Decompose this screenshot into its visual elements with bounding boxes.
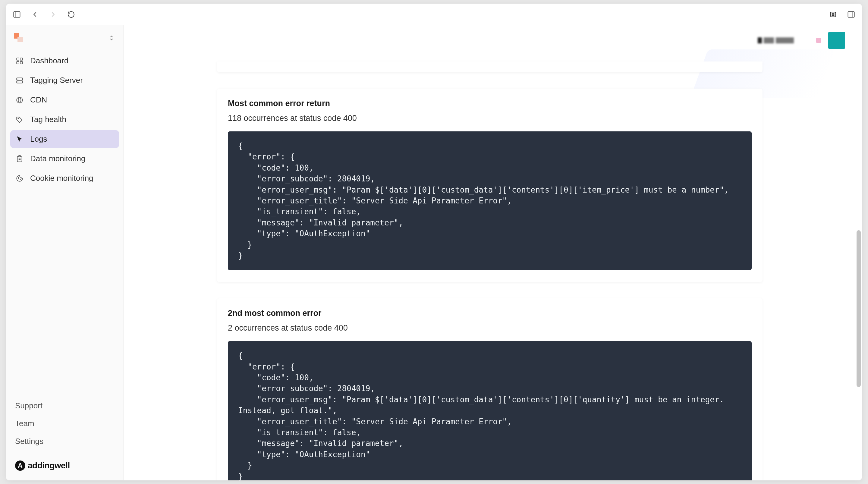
cursor-icon <box>15 135 24 144</box>
svg-rect-11 <box>20 61 23 64</box>
svg-rect-0 <box>14 11 20 17</box>
sidebar-item-logs[interactable]: Logs <box>10 130 119 148</box>
sidebar-item-dashboard[interactable]: Dashboard <box>10 52 119 70</box>
panel-right-button[interactable] <box>846 9 857 20</box>
sidebar-item-data-monitoring[interactable]: Data monitoring <box>10 150 119 168</box>
sidebar-item-label: Tag health <box>30 115 66 124</box>
arrow-right-icon <box>49 10 57 19</box>
panel-left-icon <box>13 10 21 19</box>
browser-content: Dashboard Tagging Server CDN <box>6 25 862 480</box>
clipboard-icon <box>15 154 24 163</box>
cookie-icon <box>15 174 24 183</box>
error-code-block[interactable]: { "error": { "code": 100, "error_subcode… <box>228 341 752 480</box>
error-card-title: Most common error return <box>228 99 752 108</box>
sidebar-item-label: Data monitoring <box>30 154 86 163</box>
brand-logo-icon: A <box>15 460 25 471</box>
sidebar-header <box>10 31 119 52</box>
forward-button[interactable] <box>48 9 59 20</box>
status-indicator <box>816 38 821 43</box>
scrollbar-thumb[interactable] <box>857 230 861 387</box>
sidebar-nav: Dashboard Tagging Server CDN <box>10 52 119 187</box>
svg-point-22 <box>19 178 19 179</box>
sidebar-item-tagging-server[interactable]: Tagging Server <box>10 71 119 89</box>
sidebar-item-label: Logs <box>30 134 47 144</box>
svg-point-24 <box>18 177 19 178</box>
error-code-block[interactable]: { "error": { "code": 100, "error_subcode… <box>228 131 752 270</box>
content-inner: Most common error return 118 occurrences… <box>124 61 862 480</box>
reload-button[interactable] <box>66 9 76 20</box>
brand-row: A addingwell <box>15 460 114 471</box>
topbar <box>124 25 862 56</box>
globe-icon <box>15 95 24 104</box>
redacted-badge <box>758 36 809 45</box>
previous-card-stub <box>217 61 763 72</box>
error-card: Most common error return 118 occurrences… <box>217 89 763 282</box>
svg-rect-10 <box>17 61 19 64</box>
reload-icon <box>67 10 75 19</box>
sidebar-item-label: Tagging Server <box>30 75 83 85</box>
panel-right-icon <box>847 10 855 19</box>
back-button[interactable] <box>30 9 40 20</box>
sidebar-item-label: CDN <box>30 95 47 104</box>
footer-link-team[interactable]: Team <box>15 419 114 428</box>
server-icon <box>15 76 24 85</box>
sidebar-footer: Support Team Settings A addingwell <box>10 399 119 473</box>
svg-point-14 <box>18 79 18 79</box>
sidebar-item-label: Dashboard <box>30 56 68 65</box>
workspace-switcher[interactable] <box>108 35 116 42</box>
svg-point-23 <box>20 179 21 180</box>
sidebar-item-cdn[interactable]: CDN <box>10 91 119 109</box>
workspace-logo[interactable] <box>14 33 24 43</box>
error-card-title: 2nd most common error <box>228 309 752 318</box>
sidebar-item-tag-health[interactable]: Tag health <box>10 111 119 128</box>
svg-rect-6 <box>848 11 855 17</box>
svg-rect-9 <box>20 58 23 60</box>
sidebar-item-label: Cookie monitoring <box>30 174 93 183</box>
sidebar: Dashboard Tagging Server CDN <box>6 25 124 480</box>
footer-link-settings[interactable]: Settings <box>15 437 114 446</box>
main-area: Most common error return 118 occurrences… <box>124 25 862 480</box>
extensions-button[interactable] <box>828 9 838 20</box>
svg-rect-8 <box>17 58 19 60</box>
error-card: 2nd most common error 2 occurrences at s… <box>217 298 763 480</box>
stack-icon <box>829 10 837 19</box>
footer-link-support[interactable]: Support <box>15 401 114 411</box>
error-card-subtitle: 2 occurrences at status code 400 <box>228 323 752 333</box>
sidebar-item-cookie-monitoring[interactable]: Cookie monitoring <box>10 170 119 187</box>
tag-icon <box>15 115 24 124</box>
error-card-subtitle: 118 occurrences at status code 400 <box>228 114 752 123</box>
browser-toolbar <box>6 4 862 25</box>
brand-name: addingwell <box>28 461 70 471</box>
grid-icon <box>15 56 24 65</box>
content-scroll: Most common error return 118 occurrences… <box>124 25 862 480</box>
svg-point-15 <box>18 82 18 82</box>
avatar[interactable] <box>828 32 845 49</box>
svg-point-17 <box>18 118 19 119</box>
chevron-up-down-icon <box>108 35 115 41</box>
arrow-left-icon <box>31 10 39 19</box>
browser-window: Dashboard Tagging Server CDN <box>6 4 862 480</box>
sidebar-toggle-button[interactable] <box>11 9 22 20</box>
